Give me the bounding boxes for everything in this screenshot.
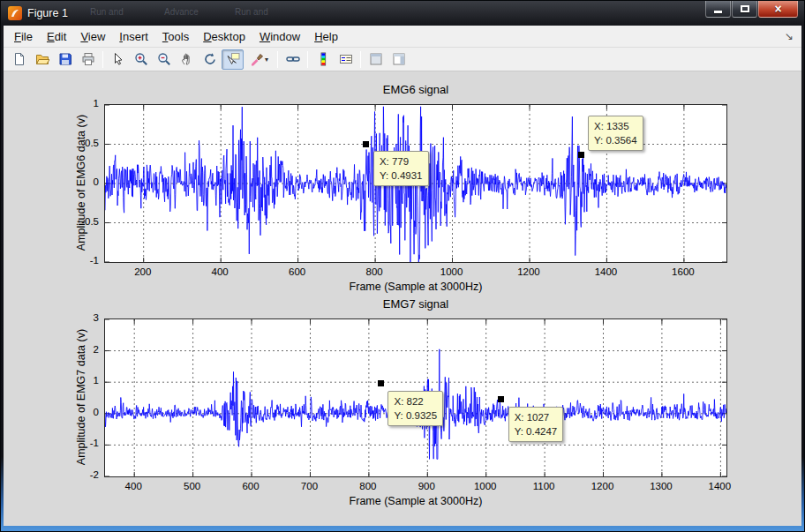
x-tick-label: 900 [407, 481, 446, 491]
datatip-marker[interactable] [498, 396, 504, 402]
rotate-3d-button[interactable] [199, 49, 221, 70]
x-tick-label: 1000 [466, 481, 505, 491]
pan-button[interactable] [176, 49, 198, 70]
x-tick-label: 700 [290, 481, 328, 491]
datatip-marker[interactable] [578, 152, 584, 158]
toolbar-separator [277, 51, 278, 68]
y-tick-label: 0 [67, 176, 99, 187]
menu-view[interactable]: View [73, 26, 112, 46]
dropdown-caret-icon[interactable]: ▾ [265, 56, 268, 64]
datatip-box[interactable]: X: 822Y: 0.9325 [387, 391, 443, 426]
datatip-box[interactable]: X: 1335Y: 0.3564 [588, 116, 643, 151]
x-axis-label-emg6: Frame (Sample at 3000Hz) [104, 281, 727, 293]
y-tick-label: -1 [67, 438, 99, 448]
link-plot-button[interactable] [282, 49, 304, 70]
insert-legend-icon [339, 52, 353, 66]
titlebar[interactable]: Figure 1 Run andAdvanceRun and × [4, 1, 801, 26]
x-tick-label: 800 [355, 266, 394, 277]
window-controls: × [704, 1, 798, 18]
zoom-out-button[interactable] [153, 49, 175, 70]
x-tick-label: 400 [200, 266, 239, 277]
x-axis-label-emg7: Frame (Sample at 3000Hz) [104, 495, 727, 507]
y-tick-label: -1 [67, 255, 99, 266]
print-figure-button[interactable] [77, 49, 99, 70]
open-file-button[interactable] [31, 49, 53, 70]
menu-window[interactable]: Window [252, 26, 307, 46]
insert-colorbar-button[interactable] [312, 49, 334, 70]
zoom-out-icon [157, 52, 171, 66]
x-tick-label: 600 [231, 481, 270, 491]
print-figure-icon [81, 52, 95, 66]
show-plot-tools-icon [392, 52, 406, 66]
toolbar-separator [360, 51, 361, 68]
menu-edit[interactable]: Edit [40, 26, 73, 46]
x-tick-label: 1400 [700, 481, 739, 491]
insert-legend-button[interactable] [335, 49, 357, 70]
chart-title-emg6: EMG6 signal [104, 83, 727, 96]
x-tick-label: 400 [114, 481, 153, 491]
x-tick-label: 1400 [586, 266, 625, 277]
hide-plot-tools-button[interactable] [365, 49, 387, 70]
x-tick-label: 500 [173, 481, 212, 491]
show-plot-tools-button[interactable] [387, 49, 410, 70]
datatip-marker[interactable] [363, 141, 369, 147]
menubar-pin-icon[interactable]: ↘ [785, 30, 801, 42]
data-cursor-button[interactable] [222, 49, 244, 70]
datatip-box[interactable]: X: 779Y: 0.4931 [373, 151, 429, 186]
matlab-figure-icon [8, 6, 22, 20]
y-tick-label: 1 [67, 98, 99, 109]
toolbar: ▾ [4, 48, 801, 71]
minimize-icon [714, 11, 722, 13]
titlebar-ghost-text: Run and [235, 7, 268, 17]
zoom-in-icon [134, 52, 148, 66]
titlebar-ghost-text: Advance [164, 7, 199, 17]
menu-tools[interactable]: Tools [155, 26, 196, 46]
toolbar-separator [102, 51, 103, 68]
titlebar-ghost-text: Run and [90, 7, 124, 17]
window-title: Figure 1 [27, 7, 68, 19]
figure-window: Figure 1 Run andAdvanceRun and × FileEdi… [0, 0, 805, 532]
y-tick-label: 0.5 [67, 138, 99, 148]
edit-plot-icon [111, 52, 125, 66]
hide-plot-tools-icon [369, 52, 383, 66]
maximize-button[interactable] [732, 1, 757, 18]
new-figure-button[interactable] [8, 49, 30, 70]
save-figure-icon [58, 52, 72, 66]
close-button[interactable]: × [758, 1, 798, 18]
link-plot-icon [286, 52, 300, 66]
y-tick-label: 2 [67, 344, 99, 355]
x-tick-label: 600 [278, 266, 317, 277]
toolbar-separator [307, 51, 308, 68]
edit-plot-button[interactable] [107, 49, 129, 70]
y-tick-label: -0.5 [67, 216, 99, 227]
y-axis-label-emg7: Amplitude of EMG7 data (v) [75, 309, 87, 485]
menu-desktop[interactable]: Desktop [196, 26, 252, 46]
menu-items: FileEditViewInsertToolsDesktopWindowHelp [7, 26, 345, 46]
rotate-3d-icon [203, 52, 217, 66]
save-figure-button[interactable] [54, 49, 76, 70]
y-tick-label: 0 [67, 407, 99, 417]
open-file-icon [35, 52, 49, 66]
data-cursor-icon [226, 52, 240, 66]
brush-icon [250, 52, 264, 66]
x-tick-label: 1600 [664, 266, 703, 277]
menu-insert[interactable]: Insert [112, 26, 155, 46]
menu-file[interactable]: File [7, 26, 40, 46]
brush-button[interactable]: ▾ [245, 49, 274, 70]
minimize-button[interactable] [705, 1, 731, 18]
datatip-box[interactable]: X: 1027Y: 0.4247 [508, 407, 564, 442]
x-tick-label: 200 [124, 266, 162, 277]
y-tick-label: 1 [67, 375, 99, 386]
menu-help[interactable]: Help [307, 26, 345, 46]
x-tick-label: 1000 [433, 266, 471, 277]
datatip-marker[interactable] [378, 380, 384, 386]
x-tick-label: 1300 [642, 481, 681, 491]
chart-title-emg7: EMG7 signal [104, 297, 727, 311]
close-icon: × [774, 3, 781, 15]
zoom-in-button[interactable] [130, 49, 152, 70]
figure-canvas[interactable]: EMG6 signal Amplitude of EMG6 data (v) F… [4, 71, 801, 526]
y-tick-label: -2 [67, 469, 99, 480]
x-tick-label: 1100 [524, 481, 563, 491]
maximize-icon [741, 5, 749, 12]
menubar: FileEditViewInsertToolsDesktopWindowHelp… [4, 26, 801, 48]
